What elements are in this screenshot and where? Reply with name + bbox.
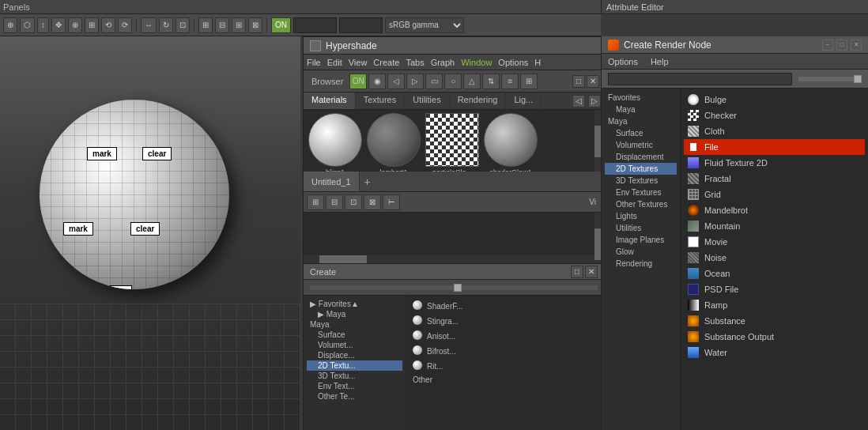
- crn-tree-2dtex[interactable]: 2D Textures: [605, 163, 677, 175]
- crn-tree-envtex[interactable]: Env Textures: [605, 187, 677, 198]
- crn-tree-volumetric[interactable]: Volumetric: [605, 139, 677, 151]
- hs-menu-tabs[interactable]: Tabs: [406, 58, 424, 67]
- view-btn-3[interactable]: ⊡: [345, 194, 362, 210]
- hs-toolbar-btn-right[interactable]: ▷: [406, 74, 424, 89]
- create-node-rit[interactable]: Rit...: [409, 359, 601, 373]
- create-tree-envtex[interactable]: Env Text...: [307, 381, 402, 391]
- crn-tree-glow[interactable]: Glow: [605, 246, 677, 258]
- crn-tree-3dtex[interactable]: 3D Textures: [605, 175, 677, 187]
- crn-node-substance-output[interactable]: Substance Output: [684, 329, 865, 345]
- crn-tree-maya-fav[interactable]: Maya: [605, 104, 677, 115]
- toolbar-btn-active[interactable]: ON: [271, 17, 291, 33]
- colorspace-select[interactable]: sRGB gamma: [385, 17, 464, 33]
- material-particle[interactable]: particleClo...: [424, 113, 481, 176]
- crn-maximize-btn[interactable]: □: [836, 40, 847, 51]
- crn-menu-options[interactable]: Options: [608, 57, 638, 66]
- hs-menu-file[interactable]: File: [307, 58, 321, 67]
- crn-node-file[interactable]: File: [684, 139, 865, 155]
- create-expand[interactable]: □: [571, 266, 583, 278]
- toolbar-btn-1[interactable]: ⊕: [3, 17, 17, 33]
- crn-node-mountain[interactable]: Mountain: [684, 218, 865, 234]
- crn-node-fluid[interactable]: Fluid Texture 2D: [684, 155, 865, 171]
- crn-tree-utilities[interactable]: Utilities: [605, 222, 677, 234]
- crn-size-slider[interactable]: [798, 77, 862, 81]
- scale-input[interactable]: 1.00: [339, 17, 383, 33]
- crn-search-input[interactable]: [608, 73, 792, 85]
- hs-toolbar-btn-circle[interactable]: ○: [444, 74, 462, 89]
- crn-tree-imageplanes[interactable]: Image Planes: [605, 234, 677, 246]
- toolbar-btn-snap3[interactable]: ⊞: [232, 17, 246, 33]
- crn-node-mandelbrot[interactable]: Mandelbrot: [684, 202, 865, 218]
- create-tree-volumetric[interactable]: Volumet...: [307, 340, 402, 350]
- create-tree-othertex[interactable]: Other Te...: [307, 391, 402, 402]
- crn-tree-surface[interactable]: Surface: [605, 127, 677, 139]
- create-tree-displace[interactable]: Displace...: [307, 350, 402, 360]
- create-tree-maya2[interactable]: Maya: [307, 319, 402, 330]
- graph-scrollbar-h[interactable]: [304, 255, 594, 263]
- hs-menu-edit[interactable]: Edit: [327, 58, 342, 67]
- hs-menu-graph[interactable]: Graph: [431, 58, 455, 67]
- crn-node-ramp[interactable]: Ramp: [684, 297, 865, 313]
- create-tree-3dtex[interactable]: 3D Textu...: [307, 371, 402, 381]
- crn-tree-favorites[interactable]: Favorites: [605, 92, 677, 104]
- hs-toolbar-btn-extra[interactable]: ⊞: [520, 74, 538, 89]
- view-btn-1[interactable]: ⊞: [307, 194, 324, 210]
- crn-node-fractal[interactable]: Fractal: [684, 171, 865, 187]
- hs-toolbar-btn-sort[interactable]: ⇅: [482, 74, 500, 89]
- toolbar-btn-3[interactable]: ↕: [37, 17, 49, 33]
- crn-tree-lights[interactable]: Lights: [605, 210, 677, 222]
- crn-tree-othertex[interactable]: Other Textures: [605, 198, 677, 210]
- toolbar-btn-7[interactable]: ⟲: [101, 17, 115, 33]
- create-node-stingra[interactable]: Stingra...: [409, 314, 601, 328]
- toolbar-btn-4[interactable]: ✥: [51, 17, 66, 33]
- view-btn-5[interactable]: ⊢: [383, 194, 400, 210]
- create-tree-favorites[interactable]: ▶ Favorites▲: [307, 299, 402, 309]
- crn-menu-help[interactable]: Help: [651, 57, 669, 66]
- crn-node-psd[interactable]: PSD File: [684, 281, 865, 297]
- crn-tree-maya[interactable]: Maya: [605, 115, 677, 127]
- create-node-anisot[interactable]: Anisot...: [409, 329, 601, 343]
- tab-lig[interactable]: Lig...: [506, 92, 542, 109]
- crn-node-substance[interactable]: Substance: [684, 313, 865, 329]
- hs-menu-view[interactable]: View: [349, 58, 368, 67]
- view-btn-2[interactable]: ⊟: [326, 194, 343, 210]
- hs-toolbar-btn-left[interactable]: ◁: [387, 74, 405, 89]
- tab-rendering[interactable]: Rendering: [450, 92, 507, 109]
- crn-node-cloth[interactable]: Cloth: [684, 123, 865, 139]
- view-btn-4[interactable]: ⊠: [364, 194, 381, 210]
- material-blinn1[interactable]: blinn1: [307, 113, 364, 176]
- create-tree-2dtex[interactable]: 2D Textu...: [307, 360, 402, 371]
- crn-node-movie[interactable]: Movie: [684, 234, 865, 250]
- hs-tab-prev[interactable]: ◁: [572, 95, 585, 108]
- crn-tree-rendering[interactable]: Rendering: [605, 258, 677, 270]
- crn-tree-displacement[interactable]: Displacement: [605, 151, 677, 163]
- crn-node-ocean[interactable]: Ocean: [684, 266, 865, 281]
- create-tree-surface[interactable]: Surface: [307, 330, 402, 340]
- hs-toolbar-btn-sphere[interactable]: ◉: [368, 74, 386, 89]
- create-tree-maya1[interactable]: ▶ Maya: [307, 309, 402, 319]
- toolbar-btn-snap2[interactable]: ⊟: [215, 17, 229, 33]
- toolbar-btn-2[interactable]: ⬡: [20, 17, 35, 33]
- crn-node-bulge[interactable]: Bulge: [684, 92, 865, 108]
- create-node-other[interactable]: Other: [409, 374, 601, 386]
- hs-add-tab-btn[interactable]: +: [360, 172, 376, 191]
- hs-menu-h[interactable]: H: [534, 58, 541, 67]
- toolbar-btn-8[interactable]: ⟳: [118, 17, 132, 33]
- create-node-shaderf[interactable]: ShaderF...: [409, 299, 601, 313]
- tab-textures[interactable]: Textures: [356, 92, 406, 109]
- create-node-bifrost[interactable]: Bifrost...: [409, 344, 601, 358]
- crn-close-btn[interactable]: ✕: [851, 40, 862, 51]
- hs-menu-create[interactable]: Create: [373, 58, 399, 67]
- material-lambert1[interactable]: lambert1: [365, 113, 422, 176]
- hs-toolbar-btn-filter[interactable]: ≡: [501, 74, 519, 89]
- transform-input[interactable]: 0.00: [293, 17, 337, 33]
- toolbar-btn-5[interactable]: ⊕: [68, 17, 82, 33]
- hs-menu-options[interactable]: Options: [498, 58, 528, 67]
- toolbar-btn-snap1[interactable]: ⊞: [198, 17, 213, 33]
- crn-node-grid[interactable]: Grid: [684, 187, 865, 202]
- toolbar-btn-scale[interactable]: ⊡: [175, 17, 190, 33]
- toolbar-btn-6[interactable]: ⊞: [85, 17, 99, 33]
- hs-graph-tab-untitled[interactable]: Untitled_1: [304, 172, 360, 191]
- crn-node-checker[interactable]: Checker: [684, 108, 865, 123]
- hs-toolbar-btn-rect[interactable]: ▭: [425, 74, 443, 89]
